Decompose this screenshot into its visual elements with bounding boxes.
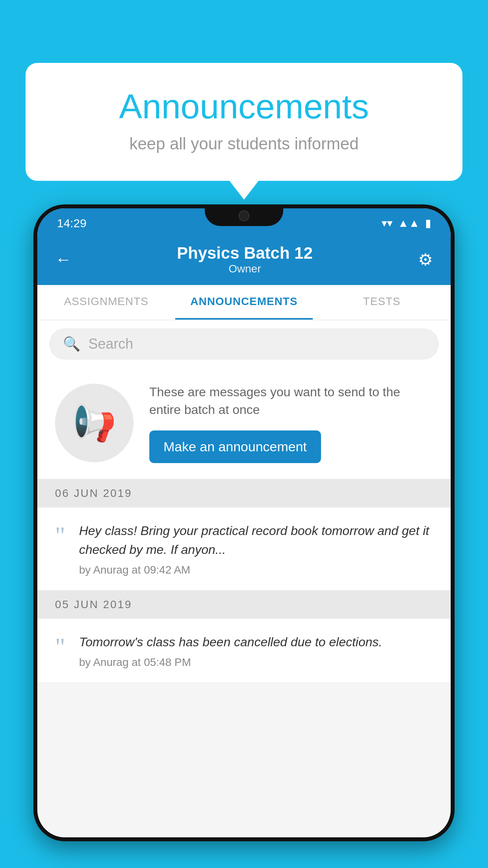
megaphone-icon: 📢 (72, 403, 116, 444)
bubble-title: Announcements (57, 86, 431, 127)
phone-notch (205, 204, 283, 226)
announcement-text-2: Tomorrow's class has been cancelled due … (79, 633, 433, 651)
announcement-content-2: Tomorrow's class has been cancelled due … (79, 633, 433, 669)
search-icon: 🔍 (63, 336, 81, 352)
phone-body: 14:29 ▾▾ ▲▲ ▮ ← Physics Batch 12 Owner ⚙ (33, 204, 455, 841)
tab-tests[interactable]: TESTS (313, 285, 451, 320)
quote-icon-2: " (55, 634, 65, 660)
search-input[interactable]: Search (88, 336, 133, 352)
status-icons: ▾▾ ▲▲ ▮ (382, 217, 431, 230)
battery-icon: ▮ (425, 217, 431, 230)
status-time: 14:29 (57, 217, 86, 230)
announcement-meta-1: by Anurag at 09:42 AM (79, 564, 433, 576)
announcement-meta-2: by Anurag at 05:48 PM (79, 656, 433, 669)
speech-bubble-container: Announcements keep all your students inf… (26, 63, 462, 181)
announcement-item-2[interactable]: " Tomorrow's class has been cancelled du… (37, 619, 451, 683)
megaphone-circle: 📢 (55, 384, 134, 462)
date-separator-1: 06 JUN 2019 (37, 479, 451, 508)
announcement-text-1: Hey class! Bring your practical record b… (79, 521, 433, 559)
header-center: Physics Batch 12 Owner (177, 244, 313, 275)
header-title: Physics Batch 12 (177, 244, 313, 263)
make-announcement-button[interactable]: Make an announcement (149, 430, 321, 463)
announcement-content-1: Hey class! Bring your practical record b… (79, 521, 433, 576)
cta-right: These are messages you want to send to t… (149, 383, 433, 463)
cta-description: These are messages you want to send to t… (149, 383, 433, 419)
date-separator-2: 05 JUN 2019 (37, 590, 451, 619)
search-box[interactable]: 🔍 Search (49, 328, 439, 360)
phone-screen: 14:29 ▾▾ ▲▲ ▮ ← Physics Batch 12 Owner ⚙ (37, 208, 451, 837)
header-subtitle: Owner (177, 263, 313, 275)
signal-icon: ▲▲ (398, 217, 420, 230)
announcement-item-1[interactable]: " Hey class! Bring your practical record… (37, 508, 451, 590)
phone-camera (238, 210, 250, 221)
announcement-cta: 📢 These are messages you want to send to… (37, 368, 451, 479)
wifi-icon: ▾▾ (382, 217, 393, 230)
settings-button[interactable]: ⚙ (418, 250, 433, 269)
tabs-container: ASSIGNMENTS ANNOUNCEMENTS TESTS (37, 285, 451, 320)
tab-announcements[interactable]: ANNOUNCEMENTS (175, 285, 313, 320)
back-button[interactable]: ← (55, 250, 72, 269)
bubble-subtitle: keep all your students informed (57, 134, 431, 153)
phone-container: 14:29 ▾▾ ▲▲ ▮ ← Physics Batch 12 Owner ⚙ (33, 204, 455, 868)
search-container: 🔍 Search (37, 320, 451, 368)
speech-bubble: Announcements keep all your students inf… (26, 63, 462, 181)
app-header: ← Physics Batch 12 Owner ⚙ (37, 234, 451, 285)
quote-icon-1: " (55, 523, 65, 548)
tab-assignments[interactable]: ASSIGNMENTS (37, 285, 175, 320)
